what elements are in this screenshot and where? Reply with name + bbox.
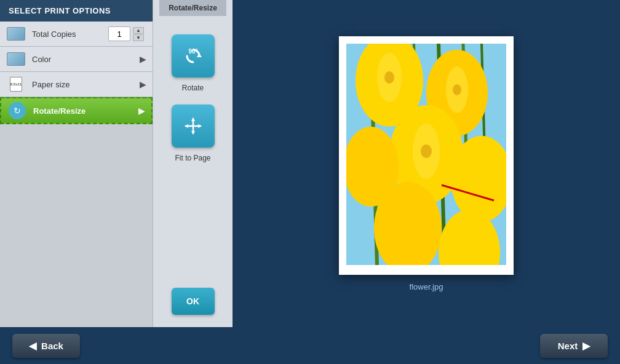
submenu-panel: Rotate/Resize 90° Rotate [153, 0, 232, 327]
svg-marker-4 [191, 117, 195, 121]
rotate-button-group: 90° Rotate [172, 34, 215, 92]
next-label: Next [558, 341, 578, 351]
svg-point-28 [421, 144, 432, 158]
total-copies-row[interactable]: Total Copies ▲ ▼ [0, 22, 153, 47]
copies-icon [6, 26, 26, 41]
fit-to-page-button-group: Fit to Page [172, 105, 215, 162]
copies-control: ▲ ▼ [108, 26, 144, 41]
svg-point-27 [453, 84, 461, 95]
rotate-button[interactable]: 90° [172, 34, 215, 77]
filename-label: flower.jpg [410, 282, 443, 291]
fit-to-page-button[interactable] [172, 105, 215, 148]
submenu-title: Rotate/Resize [159, 0, 226, 16]
svg-marker-5 [191, 131, 195, 135]
svg-marker-7 [198, 124, 202, 128]
rotate-resize-arrow-icon: ▶ [138, 106, 145, 116]
rotate-resize-row[interactable]: ↻ Rotate/Resize ▶ [0, 97, 153, 124]
total-copies-label: Total Copies [32, 30, 108, 39]
back-arrow-icon: ◀ [29, 340, 36, 352]
bottom-bar: ◀ Back Next ▶ [0, 327, 620, 364]
ok-button[interactable]: OK [172, 288, 215, 315]
image-preview [339, 36, 514, 275]
color-arrow-icon: ▶ [140, 54, 146, 64]
next-arrow-icon: ▶ [582, 340, 590, 352]
copies-spinners: ▲ ▼ [133, 27, 144, 41]
left-panel: SELECT PRINT OPTIONS Total Copies ▲ ▼ Co… [0, 0, 153, 327]
color-icon [6, 52, 26, 66]
svg-point-26 [384, 71, 394, 84]
preview-area: flower.jpg [232, 0, 620, 327]
copies-up-button[interactable]: ▲ [133, 27, 144, 34]
panel-title: SELECT PRINT OPTIONS [9, 6, 111, 15]
fit-to-page-label: Fit to Page [175, 154, 210, 162]
panel-header: SELECT PRINT OPTIONS [0, 0, 153, 22]
back-button[interactable]: ◀ Back [12, 334, 80, 358]
next-button[interactable]: Next ▶ [540, 334, 608, 358]
flower-image [346, 44, 506, 265]
color-label: Color [32, 55, 140, 64]
paper-size-label: Paper size [32, 80, 140, 89]
paper-size-row[interactable]: 8.5x11 Paper size ▶ [0, 72, 153, 97]
svg-marker-6 [185, 124, 188, 128]
fit-to-page-icon [182, 115, 204, 137]
color-row[interactable]: Color ▶ [0, 47, 153, 72]
rotate-icon: 90° [182, 45, 204, 67]
paper-size-icon: 8.5x11 [6, 77, 26, 92]
rotate-resize-label: Rotate/Resize [33, 106, 138, 116]
rotate-resize-icon: ↻ [7, 103, 27, 118]
rotate-label: Rotate [182, 84, 204, 92]
copies-down-button[interactable]: ▼ [133, 34, 144, 41]
copies-input[interactable] [108, 26, 130, 41]
paper-size-arrow-icon: ▶ [140, 79, 146, 89]
back-label: Back [41, 341, 63, 351]
